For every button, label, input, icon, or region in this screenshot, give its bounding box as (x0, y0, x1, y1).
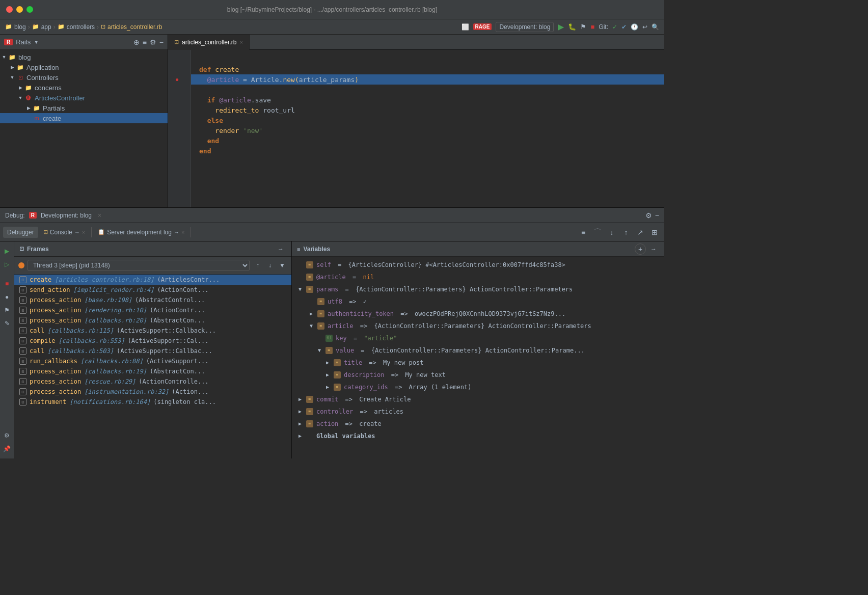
resume-side-btn[interactable]: ▶ (2, 246, 13, 257)
variables-panel-actions: + → (635, 244, 659, 255)
code-line-redirect: redirect_to root_url (199, 105, 656, 115)
frame-item-call-2[interactable]: ⊡ call [callbacks.rb:503] (ActiveSupport… (14, 346, 291, 356)
var-title[interactable]: ▶ ≡ title => My new post (292, 357, 664, 369)
frame-item-process-action-1[interactable]: ⊡ process_action [base.rb:198] (Abstract… (14, 295, 291, 305)
frame-item-process-action-6[interactable]: ⊡ process_action [instrumentation.rb:32]… (14, 387, 291, 397)
frame-item-create[interactable]: ⊡ create [articles_controller.rb:18] (Ar… (14, 275, 291, 285)
stop-side-btn[interactable]: ■ (2, 278, 13, 289)
var-self[interactable]: ≡ self = {ArticlesController} #<Articles… (292, 259, 664, 271)
breadcrumb-app[interactable]: 📁 app (32, 23, 51, 31)
add-icon[interactable]: ⊕ (133, 38, 140, 46)
frame-item-instrument[interactable]: ⊡ instrument [notifications.rb:164] (sin… (14, 397, 291, 407)
debug-session-close[interactable]: × (98, 212, 101, 219)
breadcrumb-controllers[interactable]: 📁 controllers (58, 23, 95, 31)
frames-panel: ⊡ Frames → Thread 3 [sleep] (pid 13148) … (14, 241, 292, 458)
tree-node-partials[interactable]: ▶ 📁 Partials (0, 103, 168, 113)
var-global-variables[interactable]: ▶ Global variables (292, 430, 664, 442)
monitor-icon[interactable]: ⬜ (462, 23, 469, 31)
var-commit[interactable]: ▶ ≡ commit => Create Article (292, 393, 664, 405)
thread-dropdown[interactable]: Thread 3 [sleep] (pid 13148) (28, 260, 250, 271)
frame-item-send-action[interactable]: ⊡ send_action [implicit_render.rb:4] (Ac… (14, 285, 291, 295)
var-article-params[interactable]: ▼ ≡ article => {ActionController::Parame… (292, 320, 664, 332)
settings-side-btn[interactable]: ⚙ (2, 430, 13, 441)
debug-minimize-icon[interactable]: − (655, 211, 659, 220)
tab-debugger[interactable]: Debugger (3, 227, 38, 238)
frame-icon: ⊡ (19, 296, 26, 304)
git-history-icon[interactable]: 🕐 (631, 23, 638, 31)
var-controller[interactable]: ▶ ≡ controller => articles (292, 405, 664, 418)
coverage-button[interactable]: ⚑ (580, 23, 586, 31)
thread-down-btn[interactable]: ↓ (265, 260, 275, 271)
tree-node-concerns[interactable]: ▶ 📁 concerns (0, 83, 168, 93)
config-label[interactable]: Development: blog (496, 22, 554, 32)
run-button[interactable]: ▶ (558, 22, 564, 32)
var-key[interactable]: 01 key = "article" (292, 332, 664, 344)
config-dropdown[interactable]: RAGE (473, 23, 492, 30)
minimize-button[interactable] (16, 6, 23, 13)
frames-panel-header: ⊡ Frames → (14, 241, 291, 257)
stop-button[interactable]: ■ (590, 23, 594, 31)
breadcrumb-blog[interactable]: 📁 blog (5, 23, 26, 31)
frames-list[interactable]: ⊡ create [articles_controller.rb:18] (Ar… (14, 275, 291, 458)
frame-item-process-action-3[interactable]: ⊡ process_action [callbacks.rb:20] (Abst… (14, 315, 291, 326)
tab-console[interactable]: ⊡ Console → × (39, 227, 89, 238)
step-out-btn[interactable]: ↑ (619, 226, 633, 239)
var-article[interactable]: ≡ @article = nil (292, 271, 664, 283)
run-to-cursor-btn[interactable]: ↗ (634, 226, 647, 239)
code-editor[interactable]: ● def create @article = (168, 50, 664, 207)
pin-btn[interactable]: 📌 (2, 443, 13, 454)
frames-action-btn[interactable]: → (275, 244, 286, 255)
git-undo-icon[interactable]: ↩ (642, 23, 647, 31)
var-type-icon: ≡ (334, 371, 341, 378)
frame-item-process-action-5[interactable]: ⊡ process_action [rescue.rb:29] (ActionC… (14, 376, 291, 387)
step-green-btn[interactable]: ▷ (2, 259, 13, 270)
variables-list[interactable]: ≡ self = {ArticlesController} #<Articles… (292, 257, 664, 458)
var-params[interactable]: ▼ ≡ params = {ActionController::Paramete… (292, 283, 664, 295)
var-action[interactable]: ▶ ≡ action => create (292, 418, 664, 430)
tree-node-create[interactable]: ▶ m create (0, 113, 168, 123)
code-content[interactable]: def create @article = Article.new(articl… (191, 50, 664, 207)
tree-node-blog[interactable]: ▼ 📁 blog (0, 52, 168, 62)
thread-filter-btn[interactable]: ▼ (277, 260, 287, 271)
resume-btn[interactable]: ≡ (577, 226, 590, 239)
tree-node-application[interactable]: ▶ 📁 Application (0, 62, 168, 72)
var-value[interactable]: ▼ ≡ value = {ActionController::Parameter… (292, 344, 664, 357)
tree-node-articles-controller[interactable]: ▼ 🅡 ArticlesController (0, 93, 168, 103)
var-utf8[interactable]: ≡ utf8 => ✓ (292, 295, 664, 308)
frame-item-run-callbacks[interactable]: ⊡ run_callbacks [callbacks.rb:88] (Activ… (14, 356, 291, 366)
frame-item-process-action-4[interactable]: ⊡ process_action [callbacks.rb:19] (Abst… (14, 366, 291, 376)
breadcrumb-file[interactable]: ⊡ articles_controller.rb (101, 23, 162, 31)
tab-separator-2 (191, 227, 191, 237)
debug-run-button[interactable]: 🐛 (568, 23, 576, 31)
dropdown-arrow[interactable]: ▼ (34, 39, 39, 45)
step-into-btn[interactable]: ↓ (605, 226, 618, 239)
tab-articles-controller[interactable]: ⊡ articles_controller.rb × (168, 35, 250, 50)
close-sidebar-icon[interactable]: − (159, 38, 164, 46)
maximize-button[interactable] (26, 6, 33, 13)
collapse-icon[interactable]: ≡ (143, 38, 147, 46)
variables-action-btn[interactable]: → (648, 244, 659, 255)
var-description[interactable]: ▶ ≡ description => My new text (292, 369, 664, 381)
frame-item-call-1[interactable]: ⊡ call [callbacks.rb:115] (ActiveSupport… (14, 326, 291, 336)
git-commit-icon[interactable]: ✓ (612, 23, 617, 31)
tab-server-log[interactable]: 📋 Server development log → × (94, 227, 188, 238)
git-check-icon[interactable]: ✔ (621, 23, 627, 31)
frame-item-compile[interactable]: ⊡ compile [callbacks.rb:553] (ActiveSupp… (14, 336, 291, 346)
evaluate-btn[interactable]: ⊞ (648, 226, 661, 239)
add-watch-btn[interactable]: + (635, 244, 646, 255)
search-icon[interactable]: 🔍 (652, 23, 659, 31)
settings-icon[interactable]: ⚙ (150, 38, 156, 46)
scratch-btn[interactable]: ✎ (2, 318, 13, 329)
close-button[interactable] (6, 6, 13, 13)
mute-btn[interactable]: ● (2, 291, 13, 303)
frame-item-process-action-2[interactable]: ⊡ process_action [rendering.rb:10] (Acti… (14, 305, 291, 315)
var-category-ids[interactable]: ▶ ≡ category_ids => Array (1 element) (292, 381, 664, 393)
step-over-btn[interactable]: ⌒ (591, 226, 604, 239)
thread-up-btn[interactable]: ↑ (253, 260, 263, 271)
debug-settings-icon[interactable]: ⚙ (645, 211, 652, 220)
var-auth-token[interactable]: ▶ ≡ authenticity_token => owoczPOdPRejQ0… (292, 308, 664, 320)
tree-node-controllers[interactable]: ▼ ⊡ Controllers (0, 72, 168, 83)
tab-close-button[interactable]: × (239, 39, 242, 45)
file-tree-sidebar: R Rails ▼ ⊕ ≡ ⚙ − ▼ 📁 blog (0, 35, 168, 207)
view-breakpoints-btn[interactable]: ⚑ (2, 305, 13, 316)
